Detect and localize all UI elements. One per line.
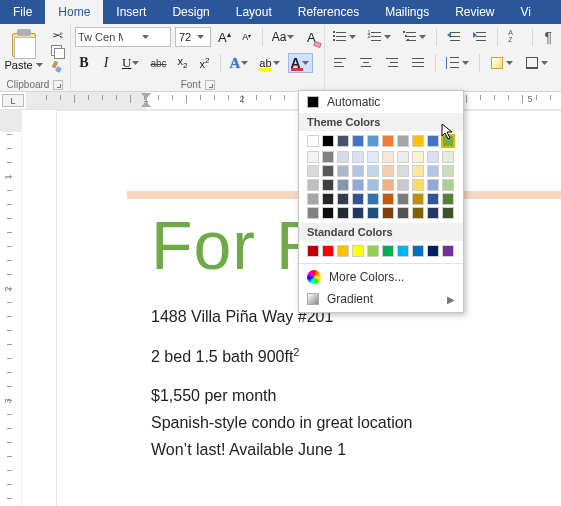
color-swatch[interactable]	[427, 207, 439, 219]
doc-line-1[interactable]: 2 bed 1.5 bath 900ft2	[151, 344, 541, 370]
underline-button[interactable]: U	[119, 53, 143, 73]
color-swatch[interactable]	[442, 135, 454, 147]
gradient-item[interactable]: Gradient ▶	[299, 288, 463, 310]
doc-body[interactable]: 1488 Villa Piña Way #201 2 bed 1.5 bath …	[151, 305, 541, 462]
color-swatch[interactable]	[427, 193, 439, 205]
format-painter-button[interactable]	[48, 60, 66, 74]
grow-font-button[interactable]: A▴	[215, 27, 234, 47]
increase-indent-button[interactable]	[469, 27, 491, 47]
color-swatch[interactable]	[322, 179, 334, 191]
color-swatch[interactable]	[397, 207, 409, 219]
color-swatch[interactable]	[412, 245, 424, 257]
color-swatch[interactable]	[442, 165, 454, 177]
color-swatch[interactable]	[427, 135, 439, 147]
color-swatch[interactable]	[382, 135, 394, 147]
color-swatch[interactable]	[427, 245, 439, 257]
color-swatch[interactable]	[352, 207, 364, 219]
color-swatch[interactable]	[337, 207, 349, 219]
color-swatch[interactable]	[337, 165, 349, 177]
chevron-down-icon[interactable]	[193, 35, 207, 39]
color-swatch[interactable]	[322, 245, 334, 257]
color-swatch[interactable]	[397, 151, 409, 163]
color-swatch[interactable]	[307, 207, 319, 219]
tab-insert[interactable]: Insert	[103, 0, 159, 24]
color-swatch[interactable]	[352, 193, 364, 205]
color-swatch[interactable]	[397, 245, 409, 257]
color-swatch[interactable]	[442, 179, 454, 191]
cut-button[interactable]: ✂	[48, 28, 66, 42]
color-swatch[interactable]	[412, 193, 424, 205]
numbering-button[interactable]	[364, 27, 395, 47]
color-swatch[interactable]	[412, 135, 424, 147]
color-swatch[interactable]	[322, 165, 334, 177]
color-swatch[interactable]	[337, 245, 349, 257]
color-swatch[interactable]	[337, 135, 349, 147]
color-swatch[interactable]	[412, 179, 424, 191]
bold-button[interactable]: B	[75, 53, 93, 73]
strikethrough-button[interactable]: abc	[147, 53, 169, 73]
color-swatch[interactable]	[352, 179, 364, 191]
color-swatch[interactable]	[382, 245, 394, 257]
tab-references[interactable]: References	[285, 0, 372, 24]
color-swatch[interactable]	[322, 151, 334, 163]
color-swatch[interactable]	[307, 135, 319, 147]
color-swatch[interactable]	[367, 135, 379, 147]
tab-selector[interactable]: L	[2, 94, 24, 107]
color-swatch[interactable]	[307, 245, 319, 257]
show-hide-button[interactable]: ¶	[539, 27, 557, 47]
doc-line-3[interactable]: Spanish-style condo in great location	[151, 411, 541, 436]
color-swatch[interactable]	[382, 151, 394, 163]
chevron-down-icon[interactable]	[123, 35, 168, 39]
text-effects-button[interactable]: A	[227, 53, 253, 73]
color-swatch[interactable]	[397, 179, 409, 191]
bullets-button[interactable]	[329, 27, 360, 47]
color-swatch[interactable]	[367, 207, 379, 219]
color-swatch[interactable]	[352, 165, 364, 177]
multilevel-list-button[interactable]	[399, 27, 430, 47]
line-spacing-button[interactable]	[442, 53, 473, 73]
color-swatch[interactable]	[397, 193, 409, 205]
color-swatch[interactable]	[442, 193, 454, 205]
color-swatch[interactable]	[322, 135, 334, 147]
tab-home[interactable]: Home	[45, 0, 103, 24]
borders-button[interactable]	[521, 53, 552, 73]
color-swatch[interactable]	[382, 165, 394, 177]
color-swatch[interactable]	[307, 179, 319, 191]
tab-layout[interactable]: Layout	[223, 0, 285, 24]
automatic-color-item[interactable]: Automatic	[299, 91, 463, 113]
color-swatch[interactable]	[307, 151, 319, 163]
color-swatch[interactable]	[322, 207, 334, 219]
color-swatch[interactable]	[367, 245, 379, 257]
more-colors-item[interactable]: More Colors...	[299, 266, 463, 288]
color-swatch[interactable]	[352, 245, 364, 257]
color-swatch[interactable]	[427, 151, 439, 163]
color-swatch[interactable]	[337, 151, 349, 163]
color-swatch[interactable]	[382, 193, 394, 205]
shading-button[interactable]	[486, 53, 517, 73]
clipboard-dialog-launcher[interactable]	[53, 80, 63, 90]
doc-line-2[interactable]: $1,550 per month	[151, 384, 541, 409]
tab-mailings[interactable]: Mailings	[372, 0, 442, 24]
color-swatch[interactable]	[382, 179, 394, 191]
align-left-button[interactable]	[329, 53, 351, 73]
font-color-button[interactable]: A	[288, 53, 313, 73]
clear-formatting-button[interactable]: A	[302, 27, 320, 47]
color-swatch[interactable]	[337, 193, 349, 205]
font-dialog-launcher[interactable]	[205, 80, 215, 90]
color-swatch[interactable]	[352, 151, 364, 163]
doc-line-4[interactable]: Won’t last! Available June 1	[151, 438, 541, 463]
color-swatch[interactable]	[442, 207, 454, 219]
color-swatch[interactable]	[442, 151, 454, 163]
tab-design[interactable]: Design	[159, 0, 222, 24]
color-swatch[interactable]	[397, 135, 409, 147]
color-swatch[interactable]	[367, 151, 379, 163]
color-swatch[interactable]	[322, 193, 334, 205]
color-swatch[interactable]	[442, 245, 454, 257]
highlight-button[interactable]: ab	[256, 53, 283, 73]
font-size-combo[interactable]: 72	[175, 27, 211, 47]
sort-button[interactable]	[504, 27, 526, 47]
change-case-button[interactable]: Aa	[269, 27, 299, 47]
color-swatch[interactable]	[427, 165, 439, 177]
color-swatch[interactable]	[412, 151, 424, 163]
tab-file[interactable]: File	[0, 0, 45, 24]
